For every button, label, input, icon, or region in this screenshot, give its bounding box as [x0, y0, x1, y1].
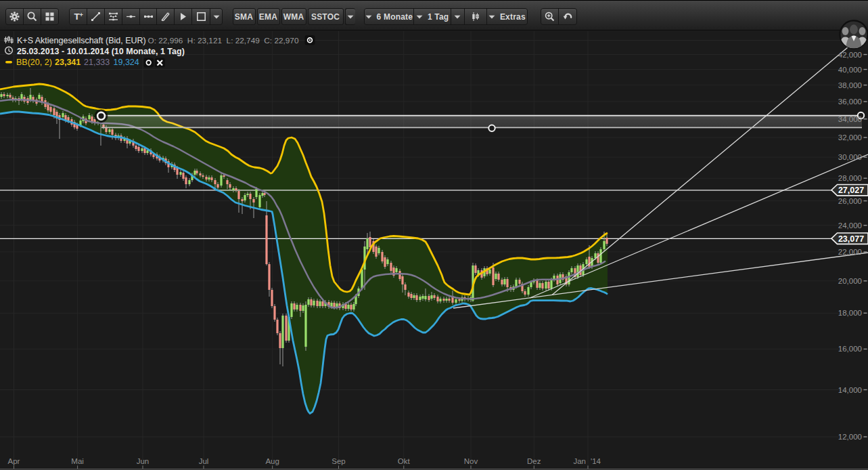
svg-text:28,000: 28,000	[838, 174, 862, 182]
svg-text:12,000: 12,000	[838, 433, 862, 441]
svg-text:Aug: Aug	[265, 457, 279, 465]
svg-text:21,333: 21,333	[84, 58, 110, 67]
svg-text:30,000: 30,000	[838, 153, 862, 161]
svg-text:32,000: 32,000	[838, 133, 862, 142]
svg-text:Jul: Jul	[199, 457, 209, 465]
svg-text:'14: '14	[591, 457, 601, 465]
svg-text:24,000: 24,000	[838, 221, 862, 230]
svg-text:36,000: 36,000	[838, 98, 862, 106]
svg-text:23,341: 23,341	[55, 58, 81, 67]
svg-text:34,000: 34,000	[838, 115, 862, 123]
svg-text:40,000: 40,000	[838, 66, 862, 74]
svg-text:22,000: 22,000	[838, 248, 862, 256]
svg-text:42,000: 42,000	[838, 51, 862, 59]
svg-text:BB(20, 2): BB(20, 2)	[16, 58, 52, 67]
svg-text:+: +	[79, 12, 83, 18]
svg-text:14,000: 14,000	[838, 386, 862, 394]
svg-text:Sep: Sep	[332, 457, 345, 465]
svg-text:Apr: Apr	[8, 457, 20, 465]
svg-text:25.03.2013 - 10.01.2014 (10 Mo: 25.03.2013 - 10.01.2014 (10 Monate, 1 Ta…	[17, 47, 185, 56]
svg-text:38,000: 38,000	[838, 81, 862, 89]
svg-text:Nov: Nov	[464, 457, 478, 465]
svg-text:23,077: 23,077	[838, 234, 864, 244]
svg-text:16,000: 16,000	[838, 345, 862, 353]
svg-text:O: 22,996 H: 23,121 L: 22,74: O: 22,996 H: 23,121 L: 22,749 C: 22,970	[148, 36, 299, 45]
svg-text:20,000: 20,000	[838, 277, 862, 285]
svg-text:27,027: 27,027	[838, 186, 864, 195]
svg-text:K+S Aktiengesellschaft (Bid, E: K+S Aktiengesellschaft (Bid, EUR)	[17, 36, 146, 45]
svg-text:Mai: Mai	[71, 457, 84, 465]
svg-text:18,000: 18,000	[838, 309, 862, 317]
svg-text:Okt: Okt	[398, 457, 411, 465]
svg-text:Dez: Dez	[527, 457, 541, 465]
svg-text:Jun: Jun	[137, 457, 150, 465]
svg-text:19,324: 19,324	[114, 58, 139, 67]
svg-text:Jan: Jan	[573, 457, 586, 465]
svg-text:26,000: 26,000	[838, 197, 862, 205]
